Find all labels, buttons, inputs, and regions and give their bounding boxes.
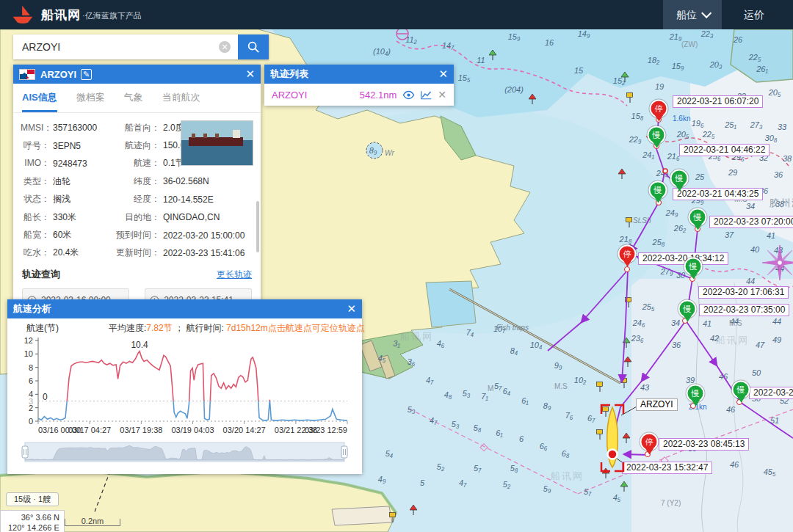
slow-track-pin[interactable]: 慢 [649,181,667,200]
svg-text:03/19 04:03: 03/19 04:03 [171,426,214,434]
nav-item-ship-position[interactable]: 船位 [663,0,722,29]
track-list-row: ARZOYI 542.1nm ✕ [264,84,454,106]
svg-text:6: 6 [29,376,33,385]
speed-line-chart[interactable]: 024681012303/16 00:0003/17 04:2703/17 19… [13,335,356,437]
line-chart-icon [421,90,432,100]
search-input[interactable] [13,34,238,59]
ship-panel-header: ★★ ARZOYI ✎ ✕ [13,65,261,84]
track-timestamp-label[interactable]: 2022-03-23 07:20:00 [709,216,793,228]
svg-text:8: 8 [29,363,33,372]
tab-weather[interactable]: 气象 [124,84,143,112]
slow-track-pin[interactable]: 慢 [648,126,666,145]
svg-text:0: 0 [29,417,33,426]
slow-track-pin[interactable]: 慢 [678,300,697,318]
sail-duration-value: 7d15h12m [226,323,268,333]
track-timestamp-label[interactable]: 2022-03-20 17:06:31 [698,286,789,299]
close-icon[interactable]: ✕ [347,302,356,316]
tab-micro-archive[interactable]: 微档案 [76,84,105,112]
boat-logo-icon [10,3,35,26]
field-row: 船长：330米 [21,208,115,226]
speed-panel-header: 航速分析 ✕ [7,299,362,318]
field-row: 船宽：60米 [21,226,115,244]
track-timestamp-label[interactable]: 2022-03-21 04:46:22 [679,144,770,156]
field-row: 状态：搁浅 [21,191,115,208]
brand[interactable]: 船讯网 ·亿海蓝旗下产品 [10,3,142,26]
field-row: 经度：120-14.552E [115,191,253,208]
search-icon [247,40,260,54]
search-button[interactable] [238,34,269,59]
avg-speed-value: 7.82节 [146,323,172,333]
slow-track-pin[interactable]: 慢 [732,381,750,399]
ship-panel-tabs: AIS信息 微档案 气象 当前航次 [13,84,261,113]
close-icon[interactable]: ✕ [245,68,255,81]
ship-photo [181,120,253,166]
track-timestamp-label[interactable]: 2022-03-21 04:43:25 [673,188,763,200]
top-navbar: 船讯网 ·亿海蓝旗下产品 船位 运价 租船 [0,0,793,29]
field-row: 预到时间：2022-03-20 15:00:00 [115,226,253,244]
ship-name-map-label[interactable]: ARZOYI [636,398,678,411]
slow-track-pin[interactable]: 慢 [684,258,703,276]
svg-text:10.4: 10.4 [131,340,148,350]
y-axis-title: 航速(节) [26,322,59,335]
field-row: IMO：9248473 [21,155,115,172]
chart-hint: 点击航速点可定位轨迹点 [268,322,365,335]
scale-value: 0.2nm [82,517,104,525]
tab-current-voyage[interactable]: 当前航次 [162,84,200,112]
stop-track-pin[interactable]: 停 [618,245,637,263]
eye-icon [402,90,415,100]
field-row: 呼号：3EPN5 [21,136,115,154]
speed-stats-row: 航速(节) 平均速度:7.82节 ； 航行时间: 7d15h12m 点击航速点可… [7,318,362,335]
cursor-coordinates: 36° 3.66 N 120° 14.266 E [0,510,65,532]
field-row: 更新时间：2022-03-23 15:41:06 [115,244,253,262]
track-list-panel: 轨迹列表 ✕ ARZOYI 542.1nm ✕ [264,65,454,106]
track-ship-name[interactable]: ARZOYI [272,90,307,101]
field-row: 纬度：36-02.568N [115,172,253,190]
clear-search-icon[interactable]: ✕ [219,41,231,53]
svg-text:3: 3 [29,397,33,406]
svg-text:03/17 19:38: 03/17 19:38 [120,426,162,434]
map-scale-bar: 0.2nm [65,517,120,526]
svg-text:10: 10 [24,349,33,358]
speed-chart-toggle[interactable] [421,90,432,100]
stop-track-pin[interactable]: 停 [650,100,668,118]
zoom-level-badge: 15级 · 1艘 [6,492,59,506]
speed-analysis-panel: 航速分析 ✕ 航速(节) 平均速度:7.82节 ； 航行时间: 7d15h12m… [7,299,362,474]
panel-scrollbar[interactable] [256,201,259,252]
close-icon[interactable]: ✕ [438,68,448,81]
field-row: 类型：油轮 [21,172,115,190]
longitude: 120° 14.266 E [8,522,59,532]
slow-track-pin[interactable]: 慢 [687,385,705,403]
slow-track-pin[interactable]: 慢 [689,208,707,227]
ais-fields: MMSI：357163000呼号：3EPN5IMO：9248473类型：油轮状态… [13,113,261,265]
remove-track-icon[interactable]: ✕ [438,89,446,101]
ship-info-panel: ★★ ARZOYI ✎ ✕ AIS信息 微档案 气象 当前航次 MMSI：357… [13,65,261,307]
longer-track-link[interactable]: 更长轨迹 [217,269,252,281]
track-distance: 542.1nm [360,90,397,101]
edit-icon[interactable]: ✎ [81,69,92,80]
track-timestamp-label[interactable]: 2022-03-23 08:45:13 [659,438,749,451]
nav-item-charter[interactable]: 租船 [781,0,793,29]
stop-track-pin[interactable]: 停 [640,433,659,451]
field-row: 吃水：20.4米 [21,244,115,262]
ship-search-bar: ✕ [13,34,269,59]
track-timestamp-label[interactable]: 2022-03-21 06:07:20 [673,95,763,108]
chart-range-brush[interactable] [19,440,350,465]
field-row: MMSI：357163000 [21,119,115,136]
brand-suffix: ·亿海蓝旗下产品 [82,10,142,21]
field-row: 目的地：QINGDAO,CN [115,208,253,226]
panama-flag-icon: ★★ [19,69,35,80]
visibility-toggle[interactable] [402,90,415,100]
svg-text:03/17 04:27: 03/17 04:27 [68,426,111,434]
track-list-title: 轨迹列表 [270,68,308,81]
track-timestamp-label[interactable]: 2022-03-20 18:34:12 [638,252,728,265]
track-timestamp-label[interactable]: 2022-03-20 [749,387,793,399]
slow-track-pin[interactable]: 慢 [670,170,689,188]
track-query-title: 轨迹查询 [22,268,60,281]
nav-item-freight-rate[interactable]: 运价 [731,0,778,29]
track-timestamp-label[interactable]: 2022-03-23 07:35:00 [699,304,789,316]
chevron-down-icon [701,8,711,18]
tab-ais-info[interactable]: AIS信息 [22,84,57,112]
ship-panel-title: ARZOYI [40,69,76,80]
track-timestamp-label[interactable]: 2022-03-23 15:32:47 [622,462,712,474]
brand-name: 船讯网 [41,7,81,23]
